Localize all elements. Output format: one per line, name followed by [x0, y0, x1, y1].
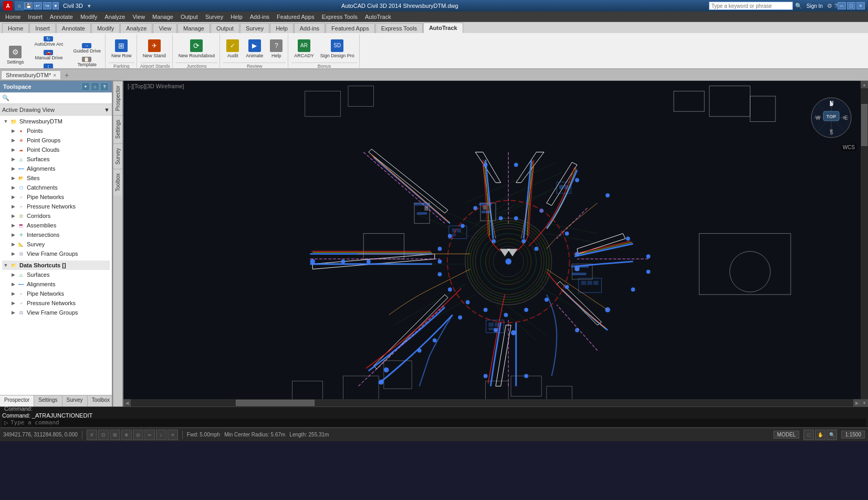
audit-btn[interactable]: ✓ Audit: [223, 35, 242, 62]
ribbon-tab-add-ins[interactable]: Add-ins: [294, 23, 325, 33]
hscroll-thumb[interactable]: [236, 400, 315, 406]
restore-btn[interactable]: □: [847, 2, 855, 9]
redo-icon[interactable]: ↪: [43, 2, 51, 9]
polar-btn[interactable]: ⊕: [121, 430, 132, 440]
animate-btn[interactable]: ▶ Animate: [243, 35, 266, 62]
tree-item-survey[interactable]: ▶ 📐 Survey: [2, 239, 110, 249]
settings-icon[interactable]: ⚙: [827, 3, 832, 9]
tree-item-catchments[interactable]: ▶ ⬡ Catchments: [2, 183, 110, 192]
intersections-expand[interactable]: ▶: [9, 231, 17, 238]
autodrive-arc-btn[interactable]: ↻ AutoDrive Arc: [28, 35, 70, 48]
side-tab-toolbox[interactable]: Toolbox: [113, 169, 122, 195]
ribbon-tab-help[interactable]: Help: [270, 23, 294, 33]
pclouds-expand[interactable]: ▶: [9, 146, 17, 153]
root-expand[interactable]: ▼: [2, 118, 9, 125]
tree-root-item[interactable]: ▼ 📁 ShrewsburyDTM: [2, 117, 110, 126]
ds-surfaces-expand[interactable]: ▶: [9, 271, 17, 278]
tree-item-pressure-networks[interactable]: ▶ ⌿ Pressure Networks: [2, 202, 110, 211]
osnap-btn[interactable]: ◎: [133, 430, 143, 440]
menu-item-output[interactable]: Output: [177, 13, 201, 21]
tree-item-point-groups[interactable]: ▶ ⊕ Point Groups: [2, 136, 110, 145]
assemblies-expand[interactable]: ▶: [9, 222, 17, 229]
tree-item-alignments[interactable]: ▶ ⟵ Alignments: [2, 164, 110, 173]
scroll-up-btn[interactable]: ▲: [861, 81, 868, 88]
ribbon-tab-survey[interactable]: Survey: [240, 23, 269, 33]
pressnet-expand[interactable]: ▶: [9, 203, 17, 210]
menu-item-modify[interactable]: Modify: [77, 13, 100, 21]
menu-item-add-ins[interactable]: Add-ins: [247, 13, 273, 21]
new-tab-btn[interactable]: +: [61, 70, 72, 80]
menu-item-expresstools[interactable]: Express Tools: [319, 13, 361, 21]
ortho-btn[interactable]: ⊞: [110, 430, 120, 440]
scroll-down-btn[interactable]: ▼: [861, 399, 868, 407]
zoom-btn[interactable]: 🔍: [827, 430, 837, 440]
tree-item-sites[interactable]: ▶ 📂 Sites: [2, 173, 110, 183]
ribbon-tab-autotrack[interactable]: AutoTrack: [423, 23, 463, 33]
points-expand[interactable]: ▶: [9, 127, 17, 134]
settings-btn[interactable]: ⚙ Settings: [4, 41, 27, 68]
tree-item-intersections[interactable]: ▶ ✛ Intersections: [2, 230, 110, 239]
ds-pressnet-expand[interactable]: ▶: [9, 299, 17, 307]
dynin-btn[interactable]: ↕: [156, 430, 166, 440]
ribbon-tab-annotate[interactable]: Annotate: [56, 23, 91, 33]
menu-item-home[interactable]: Home: [2, 13, 24, 21]
undo-icon[interactable]: ↩: [34, 2, 42, 9]
tree-item-ds-surfaces[interactable]: ▶ △ Surfaces: [2, 270, 110, 279]
tree-item-ds-pressure-networks[interactable]: ▶ ⌿ Pressure Networks: [2, 298, 110, 308]
menu-item-help[interactable]: Help: [227, 13, 246, 21]
ribbon-tab-featuredapps[interactable]: Featured Apps: [326, 23, 375, 33]
tree-item-ds-view-frames[interactable]: ▶ ⊡ View Frame Groups: [2, 308, 110, 317]
tree-item-ds-pipe-networks[interactable]: ▶ ⌿ Pipe Networks: [2, 289, 110, 298]
grid-btn[interactable]: #: [87, 430, 97, 440]
tree-item-surfaces[interactable]: ▶ △ Surfaces: [2, 154, 110, 164]
new-roundabout-btn[interactable]: ⟳ New Roundabout: [176, 35, 218, 62]
surfaces-expand[interactable]: ▶: [9, 155, 17, 163]
minimize-btn[interactable]: ─: [838, 2, 846, 9]
toolspace-new-btn[interactable]: +: [81, 82, 90, 91]
pipenet-expand[interactable]: ▶: [9, 193, 17, 201]
search-input[interactable]: [709, 2, 793, 10]
menu-item-insert[interactable]: Insert: [25, 13, 46, 21]
lineweight-btn[interactable]: ≡: [168, 430, 178, 440]
toolspace-home-btn[interactable]: ⌂: [91, 82, 99, 91]
save-icon[interactable]: 💾: [24, 2, 33, 9]
menu-item-autotrack[interactable]: AutoTrack: [362, 13, 394, 21]
menu-item-featuredapps[interactable]: Featured Apps: [274, 13, 318, 21]
tree-item-ds-alignments[interactable]: ▶ ⟵ Alignments: [2, 279, 110, 289]
new-row-btn[interactable]: ⊞ New Row: [109, 35, 134, 62]
ribbon-tab-expresstools[interactable]: Express Tools: [375, 23, 423, 33]
viewport-controls[interactable]: □: [803, 430, 814, 440]
ribbon-tab-manage[interactable]: Manage: [177, 23, 210, 33]
help-btn[interactable]: ? Help: [267, 35, 286, 62]
tree-item-corridors[interactable]: ▶ ⊡ Corridors: [2, 211, 110, 221]
ds-alignments-expand[interactable]: ▶: [9, 280, 17, 288]
side-tab-prospector[interactable]: Prospector: [113, 81, 122, 115]
template-btn[interactable]: 📋 Template: [71, 56, 103, 68]
new-stand-btn[interactable]: ✈ New Stand: [140, 35, 169, 62]
menu-home[interactable]: ⌂: [15, 1, 24, 11]
ribbon-tab-output[interactable]: Output: [211, 23, 239, 33]
arcady-btn[interactable]: AR ARCADY: [291, 35, 317, 62]
doc-tab-shrewsbury[interactable]: ShrewsburyDTM* ×: [1, 70, 61, 79]
sites-expand[interactable]: ▶: [9, 174, 17, 182]
vertical-clearance-btn[interactable]: ↕ Vertical Clearance: [28, 62, 70, 68]
tree-item-assemblies[interactable]: ▶ ⬒ Assemblies: [2, 221, 110, 230]
scroll-thumb[interactable]: [861, 104, 867, 146]
corridors-expand[interactable]: ▶: [9, 212, 17, 220]
menu-item-survey[interactable]: Survey: [202, 13, 226, 21]
menu-item-annotate[interactable]: Annotate: [47, 13, 76, 21]
compass-top[interactable]: TOP: [827, 114, 836, 119]
viewframes-expand[interactable]: ▶: [9, 250, 17, 257]
toolspace-help-btn[interactable]: ?: [100, 82, 109, 91]
model-space-btn[interactable]: MODEL: [773, 431, 800, 439]
pan-btn[interactable]: ✋: [815, 430, 825, 440]
scroll-right-btn[interactable]: ▶: [853, 399, 861, 407]
ribbon-tab-insert[interactable]: Insert: [29, 23, 56, 33]
menu-item-manage[interactable]: Manage: [149, 13, 176, 21]
ds-viewframes-expand[interactable]: ▶: [9, 309, 17, 316]
toolspace-search-input[interactable]: [11, 95, 110, 101]
sign-in-btn[interactable]: Sign In: [804, 3, 825, 9]
side-tab-settings[interactable]: Settings: [113, 115, 122, 143]
ribbon-tab-analyze[interactable]: Analyze: [120, 23, 152, 33]
scroll-left-btn[interactable]: ◀: [123, 399, 131, 407]
